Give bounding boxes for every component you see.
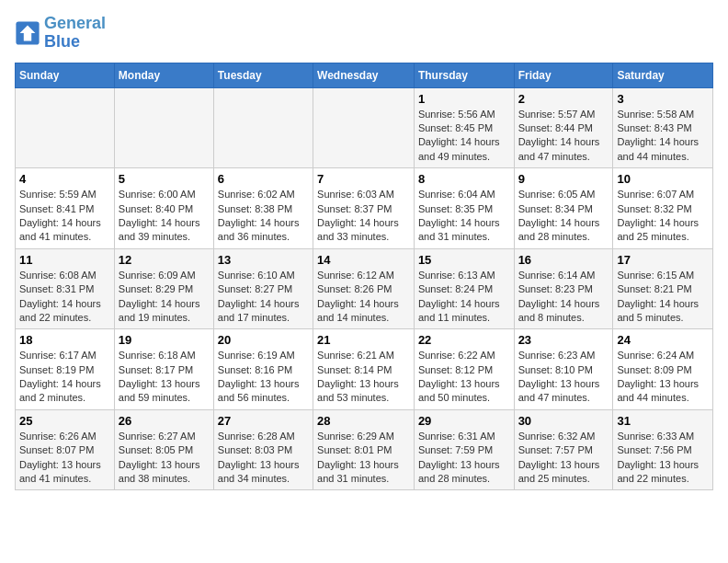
calendar-cell: 10Sunrise: 6:07 AM Sunset: 8:32 PM Dayli… bbox=[613, 168, 713, 249]
weekday-header: Sunday bbox=[16, 63, 115, 87]
calendar-cell: 16Sunrise: 6:14 AM Sunset: 8:23 PM Dayli… bbox=[514, 248, 613, 329]
day-number: 5 bbox=[119, 172, 210, 186]
calendar-week-row: 1Sunrise: 5:56 AM Sunset: 8:45 PM Daylig… bbox=[16, 87, 713, 168]
calendar-cell: 15Sunrise: 6:13 AM Sunset: 8:24 PM Dayli… bbox=[414, 248, 514, 329]
calendar-cell: 11Sunrise: 6:08 AM Sunset: 8:31 PM Dayli… bbox=[16, 248, 115, 329]
day-info: Sunrise: 6:21 AM Sunset: 8:14 PM Dayligh… bbox=[317, 349, 410, 406]
day-info: Sunrise: 6:18 AM Sunset: 8:17 PM Dayligh… bbox=[119, 349, 210, 406]
calendar-cell: 30Sunrise: 6:32 AM Sunset: 7:57 PM Dayli… bbox=[514, 409, 613, 490]
day-number: 28 bbox=[317, 414, 410, 428]
day-info: Sunrise: 6:17 AM Sunset: 8:19 PM Dayligh… bbox=[19, 349, 110, 406]
calendar-cell: 5Sunrise: 6:00 AM Sunset: 8:40 PM Daylig… bbox=[114, 168, 213, 249]
day-number: 2 bbox=[518, 92, 609, 106]
day-info: Sunrise: 5:58 AM Sunset: 8:43 PM Dayligh… bbox=[617, 108, 709, 165]
day-number: 22 bbox=[418, 333, 510, 347]
day-info: Sunrise: 6:15 AM Sunset: 8:21 PM Dayligh… bbox=[617, 269, 709, 326]
day-info: Sunrise: 6:02 AM Sunset: 8:38 PM Dayligh… bbox=[218, 188, 309, 245]
calendar-week-row: 11Sunrise: 6:08 AM Sunset: 8:31 PM Dayli… bbox=[16, 248, 713, 329]
day-number: 13 bbox=[218, 253, 309, 267]
day-info: Sunrise: 5:57 AM Sunset: 8:44 PM Dayligh… bbox=[518, 108, 609, 165]
day-info: Sunrise: 6:08 AM Sunset: 8:31 PM Dayligh… bbox=[19, 269, 110, 326]
calendar-cell: 19Sunrise: 6:18 AM Sunset: 8:17 PM Dayli… bbox=[114, 329, 213, 410]
day-number: 24 bbox=[617, 333, 709, 347]
day-number: 21 bbox=[317, 333, 410, 347]
day-number: 3 bbox=[617, 92, 709, 106]
calendar-cell: 26Sunrise: 6:27 AM Sunset: 8:05 PM Dayli… bbox=[114, 409, 213, 490]
day-number: 11 bbox=[19, 253, 110, 267]
day-info: Sunrise: 6:03 AM Sunset: 8:37 PM Dayligh… bbox=[317, 188, 410, 245]
weekday-header: Saturday bbox=[613, 63, 713, 87]
day-number: 17 bbox=[617, 253, 709, 267]
day-info: Sunrise: 5:59 AM Sunset: 8:41 PM Dayligh… bbox=[19, 188, 110, 245]
weekday-header: Wednesday bbox=[313, 63, 415, 87]
calendar-cell: 6Sunrise: 6:02 AM Sunset: 8:38 PM Daylig… bbox=[213, 168, 313, 249]
day-info: Sunrise: 6:27 AM Sunset: 8:05 PM Dayligh… bbox=[119, 430, 210, 487]
calendar-cell: 23Sunrise: 6:23 AM Sunset: 8:10 PM Dayli… bbox=[514, 329, 613, 410]
calendar-cell: 12Sunrise: 6:09 AM Sunset: 8:29 PM Dayli… bbox=[114, 248, 213, 329]
logo: General Blue bbox=[15, 15, 106, 52]
calendar-cell: 18Sunrise: 6:17 AM Sunset: 8:19 PM Dayli… bbox=[16, 329, 115, 410]
weekday-header: Friday bbox=[514, 63, 613, 87]
day-number: 6 bbox=[218, 172, 309, 186]
day-info: Sunrise: 6:09 AM Sunset: 8:29 PM Dayligh… bbox=[119, 269, 210, 326]
calendar-cell: 25Sunrise: 6:26 AM Sunset: 8:07 PM Dayli… bbox=[16, 409, 115, 490]
day-number: 20 bbox=[218, 333, 309, 347]
calendar-cell: 29Sunrise: 6:31 AM Sunset: 7:59 PM Dayli… bbox=[414, 409, 514, 490]
calendar-body: 1Sunrise: 5:56 AM Sunset: 8:45 PM Daylig… bbox=[16, 87, 713, 490]
calendar-week-row: 18Sunrise: 6:17 AM Sunset: 8:19 PM Dayli… bbox=[16, 329, 713, 410]
calendar-cell: 20Sunrise: 6:19 AM Sunset: 8:16 PM Dayli… bbox=[213, 329, 313, 410]
day-info: Sunrise: 6:26 AM Sunset: 8:07 PM Dayligh… bbox=[19, 430, 110, 487]
calendar-cell bbox=[213, 87, 313, 168]
day-number: 31 bbox=[617, 414, 709, 428]
calendar-cell: 22Sunrise: 6:22 AM Sunset: 8:12 PM Dayli… bbox=[414, 329, 514, 410]
calendar-table: SundayMondayTuesdayWednesdayThursdayFrid… bbox=[15, 63, 713, 491]
calendar-cell: 4Sunrise: 5:59 AM Sunset: 8:41 PM Daylig… bbox=[16, 168, 115, 249]
calendar-cell: 13Sunrise: 6:10 AM Sunset: 8:27 PM Dayli… bbox=[213, 248, 313, 329]
day-info: Sunrise: 6:22 AM Sunset: 8:12 PM Dayligh… bbox=[418, 349, 510, 406]
day-info: Sunrise: 6:28 AM Sunset: 8:03 PM Dayligh… bbox=[218, 430, 309, 487]
calendar-cell: 14Sunrise: 6:12 AM Sunset: 8:26 PM Dayli… bbox=[313, 248, 415, 329]
day-info: Sunrise: 6:07 AM Sunset: 8:32 PM Dayligh… bbox=[617, 188, 709, 245]
day-number: 19 bbox=[119, 333, 210, 347]
calendar-cell: 24Sunrise: 6:24 AM Sunset: 8:09 PM Dayli… bbox=[613, 329, 713, 410]
calendar-cell: 31Sunrise: 6:33 AM Sunset: 7:56 PM Dayli… bbox=[613, 409, 713, 490]
day-number: 4 bbox=[19, 172, 110, 186]
day-info: Sunrise: 6:19 AM Sunset: 8:16 PM Dayligh… bbox=[218, 349, 309, 406]
day-number: 12 bbox=[119, 253, 210, 267]
weekday-header: Monday bbox=[114, 63, 213, 87]
day-info: Sunrise: 5:56 AM Sunset: 8:45 PM Dayligh… bbox=[418, 108, 510, 165]
calendar-cell: 2Sunrise: 5:57 AM Sunset: 8:44 PM Daylig… bbox=[514, 87, 613, 168]
day-info: Sunrise: 6:05 AM Sunset: 8:34 PM Dayligh… bbox=[518, 188, 609, 245]
day-info: Sunrise: 6:12 AM Sunset: 8:26 PM Dayligh… bbox=[317, 269, 410, 326]
page-header: General Blue bbox=[15, 15, 713, 52]
day-info: Sunrise: 6:00 AM Sunset: 8:40 PM Dayligh… bbox=[119, 188, 210, 245]
calendar-cell: 1Sunrise: 5:56 AM Sunset: 8:45 PM Daylig… bbox=[414, 87, 514, 168]
day-number: 25 bbox=[19, 414, 110, 428]
logo-text: General Blue bbox=[44, 15, 106, 52]
calendar-cell: 3Sunrise: 5:58 AM Sunset: 8:43 PM Daylig… bbox=[613, 87, 713, 168]
calendar-cell: 8Sunrise: 6:04 AM Sunset: 8:35 PM Daylig… bbox=[414, 168, 514, 249]
day-number: 23 bbox=[518, 333, 609, 347]
calendar-cell: 9Sunrise: 6:05 AM Sunset: 8:34 PM Daylig… bbox=[514, 168, 613, 249]
calendar-cell: 7Sunrise: 6:03 AM Sunset: 8:37 PM Daylig… bbox=[313, 168, 415, 249]
day-info: Sunrise: 6:32 AM Sunset: 7:57 PM Dayligh… bbox=[518, 430, 609, 487]
day-info: Sunrise: 6:24 AM Sunset: 8:09 PM Dayligh… bbox=[617, 349, 709, 406]
calendar-header: SundayMondayTuesdayWednesdayThursdayFrid… bbox=[16, 63, 713, 87]
calendar-week-row: 25Sunrise: 6:26 AM Sunset: 8:07 PM Dayli… bbox=[16, 409, 713, 490]
day-info: Sunrise: 6:13 AM Sunset: 8:24 PM Dayligh… bbox=[418, 269, 510, 326]
day-number: 30 bbox=[518, 414, 609, 428]
day-info: Sunrise: 6:10 AM Sunset: 8:27 PM Dayligh… bbox=[218, 269, 309, 326]
day-number: 1 bbox=[418, 92, 510, 106]
day-number: 9 bbox=[518, 172, 609, 186]
day-info: Sunrise: 6:29 AM Sunset: 8:01 PM Dayligh… bbox=[317, 430, 410, 487]
day-number: 29 bbox=[418, 414, 510, 428]
calendar-cell: 17Sunrise: 6:15 AM Sunset: 8:21 PM Dayli… bbox=[613, 248, 713, 329]
day-number: 10 bbox=[617, 172, 709, 186]
day-number: 27 bbox=[218, 414, 309, 428]
logo-icon bbox=[15, 20, 40, 46]
weekday-header: Thursday bbox=[414, 63, 514, 87]
calendar-cell: 28Sunrise: 6:29 AM Sunset: 8:01 PM Dayli… bbox=[313, 409, 415, 490]
calendar-cell bbox=[313, 87, 415, 168]
calendar-cell: 27Sunrise: 6:28 AM Sunset: 8:03 PM Dayli… bbox=[213, 409, 313, 490]
weekday-header: Tuesday bbox=[213, 63, 313, 87]
